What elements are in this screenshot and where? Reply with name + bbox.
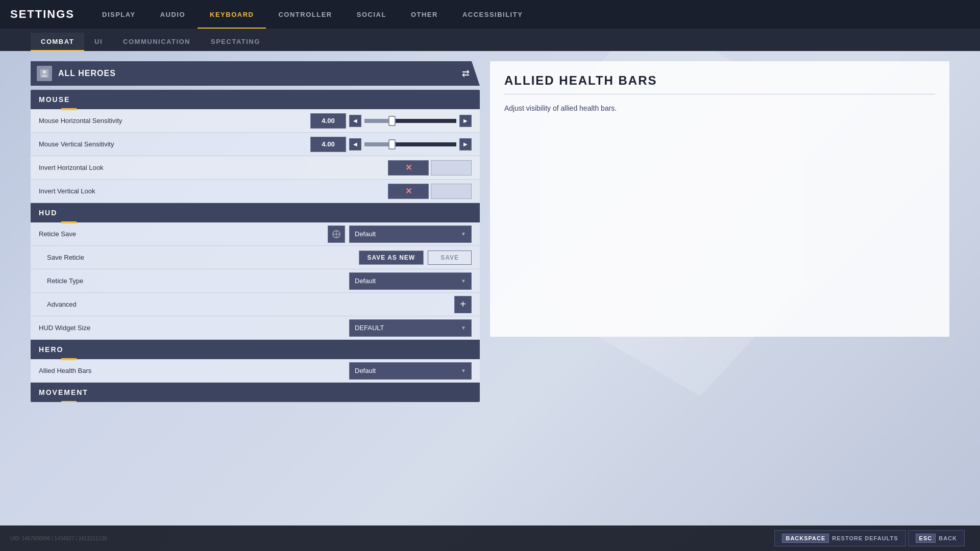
mouse-h-sensitivity-left-arrow[interactable]: ◀ xyxy=(349,115,361,127)
reticle-type-value: Default xyxy=(355,277,376,285)
debug-text: UID: 1467600898 | 1434927 | 2413211138 xyxy=(10,536,107,541)
detail-panel-title: ALLIED HEALTH BARS xyxy=(504,73,935,94)
app-title: SETTINGS xyxy=(10,8,75,21)
allied-health-bars-label: Allied Health Bars xyxy=(39,367,349,374)
nav-item-social[interactable]: SOCIAL xyxy=(345,0,399,29)
advanced-row: Advanced + xyxy=(31,293,480,316)
esc-key-badge: ESC xyxy=(916,534,936,543)
reticle-save-dropdown-value: Default xyxy=(355,230,376,238)
invert-h-look-empty xyxy=(431,160,472,176)
invert-v-look-empty xyxy=(431,184,472,199)
mouse-h-sensitivity-fill xyxy=(364,119,392,123)
reticle-save-dropdown[interactable]: Default ▼ xyxy=(349,226,472,243)
section-movement-title: MOVEMENT xyxy=(39,388,88,396)
invert-v-look-label: Invert Vertical Look xyxy=(39,187,388,195)
nav-item-keyboard[interactable]: KEYBOARD xyxy=(198,0,266,29)
hud-widget-label: HUD Widget Size xyxy=(39,324,349,332)
subnav-ui[interactable]: UI xyxy=(84,33,113,51)
hero-swap-button[interactable]: ⇄ xyxy=(458,66,474,81)
mouse-h-sensitivity-track[interactable] xyxy=(364,119,456,123)
mouse-h-sensitivity-value: 4.00 xyxy=(310,113,346,129)
subnav-spectating[interactable]: SPECTATING xyxy=(201,33,271,51)
mouse-h-sensitivity-right-arrow[interactable]: ▶ xyxy=(459,115,472,127)
mouse-h-sensitivity-row: Mouse Horizontal Sensitivity 4.00 ◀ ▶ xyxy=(31,109,480,133)
hero-icon xyxy=(37,66,52,81)
mouse-v-sensitivity-row: Mouse Vertical Sensitivity 4.00 ◀ ▶ xyxy=(31,133,480,156)
subnav-communication[interactable]: COMMUNICATION xyxy=(113,33,201,51)
reticle-save-row: Reticle Save Default ▼ xyxy=(31,222,480,246)
svg-point-3 xyxy=(335,233,337,235)
invert-h-look-checkbox[interactable]: ✕ xyxy=(388,160,429,176)
nav-items: DISPLAY AUDIO KEYBOARD CONTROLLER SOCIAL… xyxy=(90,0,970,29)
invert-v-look-toggle: ✕ xyxy=(388,184,472,199)
mouse-v-sensitivity-right-arrow[interactable]: ▶ xyxy=(459,138,472,151)
allied-health-bars-arrow: ▼ xyxy=(461,368,466,373)
reticle-type-row: Reticle Type Default ▼ xyxy=(31,269,480,293)
nav-item-other[interactable]: OTHER xyxy=(399,0,450,29)
restore-defaults-button[interactable]: BACKSPACE RESTORE DEFAULTS xyxy=(774,530,905,546)
detail-panel-description: Adjust visibility of allied health bars. xyxy=(504,103,935,114)
section-hero-title: HERO xyxy=(39,345,63,354)
svg-point-1 xyxy=(43,70,46,73)
mouse-v-sensitivity-left-arrow[interactable]: ◀ xyxy=(349,138,361,151)
nav-item-accessibility[interactable]: ACCESSIBILITY xyxy=(450,0,535,29)
top-navigation: SETTINGS DISPLAY AUDIO KEYBOARD CONTROLL… xyxy=(0,0,980,29)
mouse-v-sensitivity-track[interactable] xyxy=(364,142,456,146)
backspace-key-badge: BACKSPACE xyxy=(782,534,829,543)
mouse-v-sensitivity-control: 4.00 ◀ ▶ xyxy=(310,137,472,152)
save-reticle-row: Save Reticle SAVE AS NEW SAVE xyxy=(31,246,480,269)
reticle-type-label: Reticle Type xyxy=(47,277,349,285)
restore-defaults-label: RESTORE DEFAULTS xyxy=(832,535,898,541)
settings-panel: MOUSE Mouse Horizontal Sensitivity 4.00 … xyxy=(31,90,480,402)
right-panel: ALLIED HEALTH BARS Adjust visibility of … xyxy=(490,61,949,337)
advanced-expand-button[interactable]: + xyxy=(454,296,472,313)
invert-v-look-checkbox[interactable]: ✕ xyxy=(388,184,429,199)
mouse-v-sensitivity-label: Mouse Vertical Sensitivity xyxy=(39,140,310,148)
invert-h-look-label: Invert Horizontal Look xyxy=(39,164,388,171)
save-button[interactable]: SAVE xyxy=(428,251,472,265)
save-reticle-label: Save Reticle xyxy=(47,254,355,261)
reticle-save-label: Reticle Save xyxy=(39,230,324,238)
section-hud-title: HUD xyxy=(39,209,57,217)
reticle-save-dropdown-arrow: ▼ xyxy=(461,231,466,237)
section-hero-header: HERO xyxy=(31,340,480,359)
reticle-type-dropdown[interactable]: Default ▼ xyxy=(349,272,472,290)
section-hud-header: HUD xyxy=(31,203,480,222)
left-panel: ALL HEROES ⇄ MOUSE Mouse Horizontal Sens… xyxy=(31,61,480,515)
mouse-v-sensitivity-value: 4.00 xyxy=(310,137,346,152)
mouse-h-sensitivity-control: 4.00 ◀ ▶ xyxy=(310,113,472,129)
nav-item-display[interactable]: DISPLAY xyxy=(90,0,148,29)
subnav-combat[interactable]: COMBAT xyxy=(31,33,84,51)
mouse-h-sensitivity-thumb[interactable] xyxy=(388,116,396,126)
mouse-v-sensitivity-thumb[interactable] xyxy=(388,139,396,149)
mouse-h-sensitivity-label: Mouse Horizontal Sensitivity xyxy=(39,117,310,124)
sub-navigation: COMBAT UI COMMUNICATION SPECTATING xyxy=(0,29,980,51)
hud-widget-arrow: ▼ xyxy=(461,325,466,331)
section-mouse-title: MOUSE xyxy=(39,95,70,104)
reticle-type-arrow: ▼ xyxy=(461,278,466,284)
reticle-icon-button[interactable] xyxy=(328,226,345,243)
invert-h-look-row: Invert Horizontal Look ✕ xyxy=(31,156,480,180)
hud-widget-value: DEFAULT xyxy=(355,324,384,332)
back-button[interactable]: ESC BACK xyxy=(908,530,965,546)
section-movement-header: MOVEMENT xyxy=(31,383,480,402)
save-as-new-button[interactable]: SAVE AS NEW xyxy=(359,251,424,265)
advanced-label: Advanced xyxy=(47,300,454,308)
invert-v-look-row: Invert Vertical Look ✕ xyxy=(31,180,480,203)
bottom-bar: UID: 1467600898 | 1434927 | 2413211138 B… xyxy=(0,525,980,551)
nav-item-controller[interactable]: CONTROLLER xyxy=(266,0,344,29)
mouse-v-sensitivity-fill xyxy=(364,142,392,146)
main-content: ALL HEROES ⇄ MOUSE Mouse Horizontal Sens… xyxy=(0,51,980,525)
hero-name: ALL HEROES xyxy=(58,69,458,78)
hero-selector[interactable]: ALL HEROES ⇄ xyxy=(31,61,480,86)
section-mouse-header: MOUSE xyxy=(31,90,480,109)
hud-widget-dropdown[interactable]: DEFAULT ▼ xyxy=(349,319,472,337)
back-label: BACK xyxy=(939,535,957,541)
nav-item-audio[interactable]: AUDIO xyxy=(148,0,198,29)
allied-health-bars-dropdown[interactable]: Default ▼ xyxy=(349,362,472,380)
hud-widget-row: HUD Widget Size DEFAULT ▼ xyxy=(31,316,480,340)
invert-h-look-toggle: ✕ xyxy=(388,160,472,176)
allied-health-bars-row: Allied Health Bars Default ▼ xyxy=(31,359,480,383)
allied-health-bars-value: Default xyxy=(355,367,376,374)
